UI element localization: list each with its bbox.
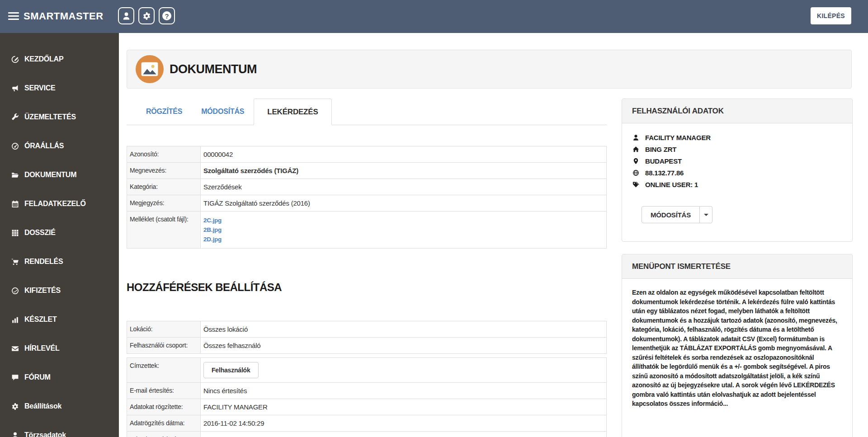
home-icon	[632, 146, 639, 153]
sidebar-item-label: Beállítások	[24, 402, 61, 410]
sidebar-item-forum[interactable]: FÓRUM	[0, 363, 119, 392]
settings-button[interactable]	[138, 7, 155, 24]
field-value-text: TIGÁZ Szolgáltató szerződés (2016)	[203, 199, 310, 207]
document-details-table: Azonosító:00000042Megnevezés:Szolgáltató…	[127, 146, 607, 249]
page-icon-badge	[136, 55, 164, 83]
field-value-text: Szolgáltató szerződés (TIGÁZ)	[203, 167, 298, 174]
sidebar-item-label: ÜZEMELTETÉS	[24, 113, 76, 121]
field-value-text: Összes lokáció	[203, 325, 248, 333]
main-content: DOKUMENTUM RÖGZÍTÉSMÓDOSÍTÁSLEKÉRDEZÉS A…	[119, 33, 868, 437]
field-value: FACILITY MANAGER	[201, 399, 607, 415]
field-label: Adatrögzítés dátma:	[127, 415, 201, 432]
field-label: Felhasználói csoport:	[127, 338, 201, 354]
menu-toggle-button[interactable]	[8, 12, 19, 22]
field-value: TIGÁZ Szolgáltató szerződés (2016)	[201, 195, 607, 211]
table-row: Azonosító:00000042	[127, 146, 607, 163]
field-label: Melléklet (csatolt fájl):	[127, 211, 201, 249]
field-value: Szolgáltató szerződés (TIGÁZ)	[201, 163, 607, 179]
tab-lekerdezes[interactable]: LEKÉRDEZÉS	[254, 99, 331, 125]
user-info-item: BING ZRT	[632, 146, 852, 153]
field-value-text: 00000042	[203, 150, 233, 158]
field-value-text: FACILITY MANAGER	[203, 403, 268, 411]
sidebar-item-beallitasok[interactable]: Beállítások	[0, 392, 119, 421]
sidebar-item-label: RENDELÉS	[24, 258, 63, 266]
sidebar-item-service[interactable]: SERVICE	[0, 74, 119, 103]
field-value: Szerződések	[201, 179, 607, 195]
attachment-link[interactable]: 2C.jpg	[203, 216, 604, 225]
brand-title: SMARTMASTER	[24, 10, 104, 22]
user-info-text: 88.132.77.86	[645, 169, 684, 177]
field-value: FACILITY MANAGER	[201, 432, 607, 437]
user-info-list: FACILITY MANAGERBING ZRTBUDAPEST88.132.7…	[622, 123, 852, 188]
field-label: Megnevezés:	[127, 163, 201, 179]
cart-icon	[11, 258, 19, 266]
table-row: Megjegyzés:TIGÁZ Szolgáltató szerződés (…	[127, 195, 607, 211]
table-row: Megnevezés:Szolgáltató szerződés (TIGÁZ)	[127, 163, 607, 179]
user-info-text: ONLINE USER: 1	[645, 181, 698, 188]
sidebar-item-label: DOKUMENTUM	[24, 171, 76, 179]
tab-rogzites[interactable]: RÖGZÍTÉS	[137, 108, 192, 116]
menu-info-panel-title: MENÜPONT ISMERTETÉSE	[622, 254, 852, 279]
check-circle-icon	[11, 287, 19, 295]
wrench-icon	[11, 113, 19, 121]
attachment-link[interactable]: 2D.jpg	[203, 235, 604, 244]
field-value-text: Szerződések	[203, 183, 242, 191]
field-value-text: Összes felhasználó	[203, 342, 260, 349]
felhasznalok-button[interactable]: Felhasználók	[203, 362, 259, 378]
user-icon	[11, 432, 19, 437]
logout-button[interactable]: KILÉPÉS	[811, 7, 851, 24]
sidebar-item-feladatkezelo[interactable]: FELADATKEZELŐ	[0, 189, 119, 218]
access-table-top: Lokáció:Összes lokációFelhasználói csopo…	[127, 321, 607, 354]
field-value: Összes lokáció	[201, 321, 607, 338]
table-row: Felhasználói csoport:Összes felhasználó	[127, 338, 607, 354]
sidebar-item-oraallas[interactable]: ÓRAÁLLÁS	[0, 132, 119, 160]
access-section-title: HOZZÁFÉRÉSEK BEÁLLÍTÁSA	[127, 281, 282, 294]
help-button[interactable]	[159, 7, 175, 24]
app-window: SMARTMASTER KILÉPÉS KEZDŐLAPSERVICEÜZEME…	[0, 0, 868, 437]
user-data-panel: FELHASZNÁLÓI ADATOK FACILITY MANAGERBING…	[622, 99, 853, 242]
field-value: Nincs értesítés	[201, 383, 607, 399]
envelope-icon	[11, 345, 19, 352]
field-label: E-mail értesítés:	[127, 383, 201, 399]
sidebar-item-torzsadatok[interactable]: Törzsadatok	[0, 421, 119, 437]
field-value-text: 2016-11-02 14:50:29	[203, 419, 264, 427]
sidebar: KEZDŐLAPSERVICEÜZEMELTETÉSÓRAÁLLÁSDOKUME…	[0, 33, 119, 437]
modify-button[interactable]: MÓDOSÍTÁS	[642, 206, 700, 223]
user-info-item: FACILITY MANAGER	[632, 134, 852, 141]
sidebar-item-hirlevel[interactable]: HÍRLEVÉL	[0, 334, 119, 363]
tab-modositas[interactable]: MÓDOSÍTÁS	[192, 108, 254, 116]
folder-open-icon	[11, 171, 19, 179]
modify-dropdown-toggle[interactable]	[699, 206, 712, 223]
sidebar-item-keszlet[interactable]: KÉSZLET	[0, 305, 119, 334]
sidebar-item-label: FELADATKEZELŐ	[24, 200, 86, 208]
topbar: SMARTMASTER KILÉPÉS	[0, 0, 868, 33]
field-label: Adatokat rögzítette:	[127, 399, 201, 415]
sidebar-item-label: FÓRUM	[24, 373, 51, 381]
field-value: Felhasználók	[201, 358, 607, 383]
menu-info-text: Ezen az oldalon az egységek működésével …	[622, 279, 852, 418]
attachment-link[interactable]: 2B.jpg	[203, 225, 604, 235]
sidebar-item-label: HÍRLEVÉL	[24, 344, 60, 352]
user-info-text: BING ZRT	[645, 146, 676, 153]
gear-icon	[11, 403, 19, 410]
sidebar-item-kezdolap[interactable]: KEZDŐLAP	[0, 45, 119, 74]
sidebar-item-dokumentum[interactable]: DOKUMENTUM	[0, 160, 119, 189]
field-value: 00000042	[201, 146, 607, 163]
photo-icon	[140, 60, 159, 79]
user-info-item: BUDAPEST	[632, 157, 852, 165]
field-label: Megjegyzés:	[127, 195, 201, 211]
sidebar-item-rendeles[interactable]: RENDELÉS	[0, 247, 119, 276]
sidebar-item-label: Törzsadatok	[24, 431, 66, 437]
sidebar-item-kifizetes[interactable]: KIFIZETÉS	[0, 276, 119, 305]
sidebar-item-label: SERVICE	[24, 84, 56, 92]
menu-info-panel: MENÜPONT ISMERTETÉSE Ezen az oldalon az …	[622, 254, 853, 437]
user-info-text: FACILITY MANAGER	[645, 134, 711, 141]
profile-button[interactable]	[118, 7, 134, 24]
sidebar-item-label: KEZDŐLAP	[24, 55, 63, 63]
sidebar-item-dosszie[interactable]: DOSSZIÉ	[0, 218, 119, 247]
user-icon	[122, 12, 131, 20]
grid-icon	[11, 229, 19, 237]
sidebar-item-uzemeltetes[interactable]: ÜZEMELTETÉS	[0, 103, 119, 132]
access-table-bottom: Címzettek:FelhasználókE-mail értesítés:N…	[127, 357, 607, 437]
edit-icon	[11, 56, 19, 63]
